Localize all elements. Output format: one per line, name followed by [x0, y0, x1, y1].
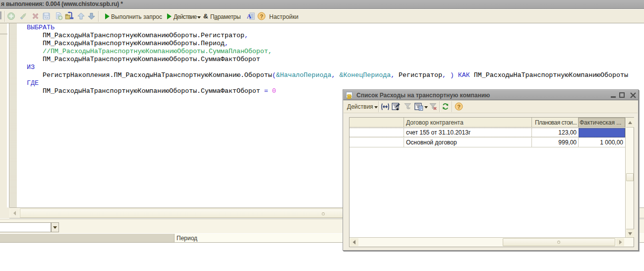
svg-text:?: ? — [260, 13, 263, 19]
svg-text:A: A — [247, 13, 251, 20]
svg-text:?: ? — [457, 104, 461, 110]
